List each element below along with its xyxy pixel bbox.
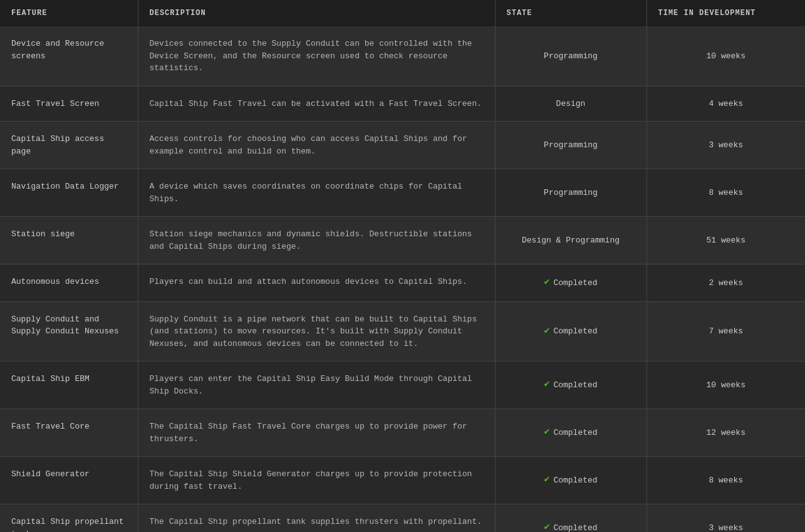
cell-state: Programming (495, 169, 647, 217)
cell-description: Access controls for choosing who can acc… (138, 122, 495, 169)
checkmark-icon: ✔ (544, 378, 549, 392)
checkmark-icon: ✔ (544, 325, 549, 339)
cell-description: Players can build and attach autonomous … (138, 264, 495, 302)
cell-state: ✔Completed (495, 264, 647, 302)
table-row: Fast Travel ScreenCapital Ship Fast Trav… (0, 86, 805, 122)
header-description: DESCRIPTION (138, 0, 495, 26)
cell-time: 12 weeks (647, 409, 805, 457)
checkmark-icon: ✔ (544, 521, 549, 532)
cell-feature: Capital Ship access page (0, 122, 138, 169)
state-label: Completed (553, 379, 597, 392)
cell-description: Capital Ship Fast Travel can be activate… (138, 86, 495, 122)
cell-feature: Navigation Data Logger (0, 169, 138, 217)
cell-state: Design & Programming (495, 217, 647, 264)
cell-state: ✔Completed (495, 457, 647, 504)
cell-time: 7 weeks (647, 301, 805, 362)
table-row: Fast Travel CoreThe Capital Ship Fast Tr… (0, 409, 805, 457)
cell-time: 8 weeks (647, 457, 805, 504)
table-row: Supply Conduit and Supply Conduit Nexuse… (0, 301, 805, 362)
header-state: STATE (495, 0, 647, 26)
feature-table-container: FEATURE DESCRIPTION STATE TIME IN DEVELO… (0, 0, 805, 532)
table-row: Navigation Data LoggerA device which sav… (0, 169, 805, 217)
state-label: Completed (553, 427, 597, 439)
table-row: Capital Ship propellant tankThe Capital … (0, 504, 805, 533)
checkmark-icon: ✔ (544, 473, 549, 488)
table-row: Device and Resource screensDevices conne… (0, 26, 805, 86)
cell-description: The Capital Ship Fast Travel Core charge… (138, 409, 495, 457)
header-feature: FEATURE (0, 0, 138, 26)
state-label: Completed (553, 277, 597, 289)
cell-time: 8 weeks (647, 169, 805, 217)
table-row: Capital Ship EBMPlayers can enter the Ca… (0, 362, 805, 409)
cell-description: The Capital Ship Shield Generator charge… (138, 457, 495, 504)
cell-state: Programming (495, 122, 647, 169)
cell-state: Programming (495, 26, 647, 86)
cell-description: Station siege mechanics and dynamic shie… (138, 217, 495, 264)
cell-time: 3 weeks (647, 122, 805, 169)
cell-state: ✔Completed (495, 362, 647, 409)
table-header-row: FEATURE DESCRIPTION STATE TIME IN DEVELO… (0, 0, 805, 26)
cell-state: ✔Completed (495, 301, 647, 362)
cell-feature: Fast Travel Screen (0, 86, 138, 122)
cell-description: Players can enter the Capital Ship Easy … (138, 362, 495, 409)
cell-state: ✔Completed (495, 409, 647, 457)
header-time: TIME IN DEVELOPMENT (647, 0, 805, 26)
cell-description: The Capital Ship propellant tank supplie… (138, 504, 495, 533)
cell-feature: Device and Resource screens (0, 26, 138, 86)
cell-time: 51 weeks (647, 217, 805, 264)
cell-state: Design (495, 86, 647, 122)
cell-feature: Capital Ship propellant tank (0, 504, 138, 533)
table-row: Shield GeneratorThe Capital Ship Shield … (0, 457, 805, 504)
cell-state: ✔Completed (495, 504, 647, 533)
feature-table: FEATURE DESCRIPTION STATE TIME IN DEVELO… (0, 0, 805, 532)
cell-feature: Shield Generator (0, 457, 138, 504)
cell-time: 2 weeks (647, 264, 805, 302)
state-label: Completed (553, 522, 597, 532)
table-row: Capital Ship access pageAccess controls … (0, 122, 805, 169)
cell-time: 3 weeks (647, 504, 805, 533)
state-label: Completed (553, 325, 597, 338)
cell-time: 10 weeks (647, 362, 805, 409)
cell-feature: Autonomous devices (0, 264, 138, 302)
cell-time: 4 weeks (647, 86, 805, 122)
cell-description: Supply Conduit is a pipe network that ca… (138, 301, 495, 362)
checkmark-icon: ✔ (544, 276, 549, 290)
table-row: Autonomous devicesPlayers can build and … (0, 264, 805, 302)
cell-feature: Supply Conduit and Supply Conduit Nexuse… (0, 301, 138, 362)
cell-description: Devices connected to the Supply Conduit … (138, 26, 495, 86)
cell-feature: Station siege (0, 217, 138, 264)
cell-feature: Fast Travel Core (0, 409, 138, 457)
cell-time: 10 weeks (647, 26, 805, 86)
state-label: Completed (553, 474, 597, 487)
table-row: Station siegeStation siege mechanics and… (0, 217, 805, 264)
cell-feature: Capital Ship EBM (0, 362, 138, 409)
cell-description: A device which saves coordinates on coor… (138, 169, 495, 217)
checkmark-icon: ✔ (544, 425, 549, 440)
